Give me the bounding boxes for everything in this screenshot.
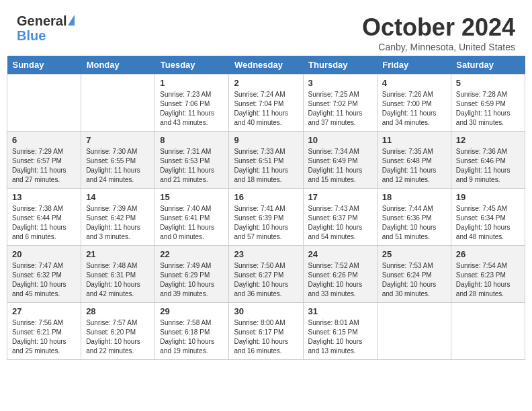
calendar-week-1: 1Sunrise: 7:23 AM Sunset: 7:06 PM Daylig… bbox=[7, 75, 525, 132]
col-wednesday: Wednesday bbox=[229, 56, 303, 75]
day-number: 4 bbox=[382, 78, 446, 88]
col-sunday: Sunday bbox=[7, 56, 81, 75]
day-info: Sunrise: 7:23 AM Sunset: 7:06 PM Dayligh… bbox=[160, 90, 224, 128]
calendar-cell: 13Sunrise: 7:38 AM Sunset: 6:44 PM Dayli… bbox=[7, 189, 81, 246]
day-number: 28 bbox=[86, 306, 150, 316]
day-info: Sunrise: 8:00 AM Sunset: 6:17 PM Dayligh… bbox=[234, 318, 298, 356]
calendar-cell: 3Sunrise: 7:25 AM Sunset: 7:02 PM Daylig… bbox=[303, 75, 377, 132]
day-number: 20 bbox=[12, 249, 76, 259]
day-info: Sunrise: 7:38 AM Sunset: 6:44 PM Dayligh… bbox=[12, 204, 76, 242]
day-info: Sunrise: 7:29 AM Sunset: 6:57 PM Dayligh… bbox=[12, 147, 76, 185]
calendar-cell: 16Sunrise: 7:41 AM Sunset: 6:39 PM Dayli… bbox=[229, 189, 303, 246]
day-info: Sunrise: 7:40 AM Sunset: 6:41 PM Dayligh… bbox=[160, 204, 224, 242]
day-info: Sunrise: 7:30 AM Sunset: 6:55 PM Dayligh… bbox=[86, 147, 150, 185]
day-number: 21 bbox=[86, 249, 150, 259]
logo-general: General bbox=[17, 13, 66, 28]
day-number: 18 bbox=[382, 192, 446, 202]
calendar-cell bbox=[7, 75, 81, 132]
col-saturday: Saturday bbox=[451, 56, 525, 75]
day-number: 23 bbox=[234, 249, 298, 259]
day-number: 30 bbox=[234, 306, 298, 316]
calendar-cell: 23Sunrise: 7:50 AM Sunset: 6:27 PM Dayli… bbox=[229, 246, 303, 303]
calendar-cell: 22Sunrise: 7:49 AM Sunset: 6:29 PM Dayli… bbox=[155, 246, 229, 303]
day-number: 3 bbox=[308, 78, 372, 88]
calendar-cell bbox=[451, 303, 525, 360]
day-info: Sunrise: 7:34 AM Sunset: 6:49 PM Dayligh… bbox=[308, 147, 372, 185]
day-info: Sunrise: 7:47 AM Sunset: 6:32 PM Dayligh… bbox=[12, 261, 76, 299]
header: General Blue October 2024 Canby, Minneso… bbox=[7, 7, 525, 56]
calendar-cell: 8Sunrise: 7:31 AM Sunset: 6:53 PM Daylig… bbox=[155, 132, 229, 189]
logo-triangle-icon bbox=[68, 15, 75, 26]
day-info: Sunrise: 7:56 AM Sunset: 6:21 PM Dayligh… bbox=[12, 318, 76, 356]
location: Canby, Minnesota, United States bbox=[362, 42, 515, 52]
day-number: 8 bbox=[160, 135, 224, 145]
calendar-cell: 11Sunrise: 7:35 AM Sunset: 6:48 PM Dayli… bbox=[377, 132, 451, 189]
day-info: Sunrise: 7:45 AM Sunset: 6:34 PM Dayligh… bbox=[456, 204, 520, 242]
calendar-table: Sunday Monday Tuesday Wednesday Thursday… bbox=[7, 56, 525, 360]
calendar-week-2: 6Sunrise: 7:29 AM Sunset: 6:57 PM Daylig… bbox=[7, 132, 525, 189]
day-info: Sunrise: 7:58 AM Sunset: 6:18 PM Dayligh… bbox=[160, 318, 224, 356]
day-number: 16 bbox=[234, 192, 298, 202]
col-monday: Monday bbox=[81, 56, 155, 75]
day-number: 15 bbox=[160, 192, 224, 202]
calendar-cell: 7Sunrise: 7:30 AM Sunset: 6:55 PM Daylig… bbox=[81, 132, 155, 189]
day-info: Sunrise: 7:54 AM Sunset: 6:23 PM Dayligh… bbox=[456, 261, 520, 299]
day-number: 17 bbox=[308, 192, 372, 202]
calendar-cell: 5Sunrise: 7:28 AM Sunset: 6:59 PM Daylig… bbox=[451, 75, 525, 132]
day-info: Sunrise: 7:31 AM Sunset: 6:53 PM Dayligh… bbox=[160, 147, 224, 185]
day-number: 9 bbox=[234, 135, 298, 145]
day-number: 12 bbox=[456, 135, 520, 145]
day-info: Sunrise: 7:53 AM Sunset: 6:24 PM Dayligh… bbox=[382, 261, 446, 299]
calendar-cell: 25Sunrise: 7:53 AM Sunset: 6:24 PM Dayli… bbox=[377, 246, 451, 303]
calendar-cell: 9Sunrise: 7:33 AM Sunset: 6:51 PM Daylig… bbox=[229, 132, 303, 189]
day-number: 27 bbox=[12, 306, 76, 316]
calendar-cell: 21Sunrise: 7:48 AM Sunset: 6:31 PM Dayli… bbox=[81, 246, 155, 303]
day-info: Sunrise: 7:39 AM Sunset: 6:42 PM Dayligh… bbox=[86, 204, 150, 242]
day-number: 26 bbox=[456, 249, 520, 259]
day-number: 24 bbox=[308, 249, 372, 259]
day-info: Sunrise: 7:44 AM Sunset: 6:36 PM Dayligh… bbox=[382, 204, 446, 242]
calendar-cell: 17Sunrise: 7:43 AM Sunset: 6:37 PM Dayli… bbox=[303, 189, 377, 246]
day-number: 10 bbox=[308, 135, 372, 145]
title-area: October 2024 Canby, Minnesota, United St… bbox=[362, 13, 515, 52]
day-number: 14 bbox=[86, 192, 150, 202]
header-row: Sunday Monday Tuesday Wednesday Thursday… bbox=[7, 56, 525, 75]
calendar-cell: 14Sunrise: 7:39 AM Sunset: 6:42 PM Dayli… bbox=[81, 189, 155, 246]
day-info: Sunrise: 7:36 AM Sunset: 6:46 PM Dayligh… bbox=[456, 147, 520, 185]
day-number: 13 bbox=[12, 192, 76, 202]
day-info: Sunrise: 7:50 AM Sunset: 6:27 PM Dayligh… bbox=[234, 261, 298, 299]
calendar-cell: 19Sunrise: 7:45 AM Sunset: 6:34 PM Dayli… bbox=[451, 189, 525, 246]
logo: General Blue bbox=[17, 13, 75, 43]
calendar-cell: 24Sunrise: 7:52 AM Sunset: 6:26 PM Dayli… bbox=[303, 246, 377, 303]
calendar-cell: 2Sunrise: 7:24 AM Sunset: 7:04 PM Daylig… bbox=[229, 75, 303, 132]
day-number: 1 bbox=[160, 78, 224, 88]
day-number: 19 bbox=[456, 192, 520, 202]
calendar-cell: 10Sunrise: 7:34 AM Sunset: 6:49 PM Dayli… bbox=[303, 132, 377, 189]
calendar-cell: 27Sunrise: 7:56 AM Sunset: 6:21 PM Dayli… bbox=[7, 303, 81, 360]
day-number: 25 bbox=[382, 249, 446, 259]
day-info: Sunrise: 7:25 AM Sunset: 7:02 PM Dayligh… bbox=[308, 90, 372, 128]
calendar-cell: 28Sunrise: 7:57 AM Sunset: 6:20 PM Dayli… bbox=[81, 303, 155, 360]
day-info: Sunrise: 8:01 AM Sunset: 6:15 PM Dayligh… bbox=[308, 318, 372, 356]
calendar-cell: 4Sunrise: 7:26 AM Sunset: 7:00 PM Daylig… bbox=[377, 75, 451, 132]
day-info: Sunrise: 7:28 AM Sunset: 6:59 PM Dayligh… bbox=[456, 90, 520, 128]
day-number: 2 bbox=[234, 78, 298, 88]
day-info: Sunrise: 7:43 AM Sunset: 6:37 PM Dayligh… bbox=[308, 204, 372, 242]
col-thursday: Thursday bbox=[303, 56, 377, 75]
day-number: 7 bbox=[86, 135, 150, 145]
calendar-cell: 26Sunrise: 7:54 AM Sunset: 6:23 PM Dayli… bbox=[451, 246, 525, 303]
col-friday: Friday bbox=[377, 56, 451, 75]
day-number: 5 bbox=[456, 78, 520, 88]
calendar-cell: 31Sunrise: 8:01 AM Sunset: 6:15 PM Dayli… bbox=[303, 303, 377, 360]
page-container: General Blue October 2024 Canby, Minneso… bbox=[7, 7, 525, 360]
calendar-cell: 18Sunrise: 7:44 AM Sunset: 6:36 PM Dayli… bbox=[377, 189, 451, 246]
calendar-cell: 29Sunrise: 7:58 AM Sunset: 6:18 PM Dayli… bbox=[155, 303, 229, 360]
calendar-cell: 20Sunrise: 7:47 AM Sunset: 6:32 PM Dayli… bbox=[7, 246, 81, 303]
day-info: Sunrise: 7:35 AM Sunset: 6:48 PM Dayligh… bbox=[382, 147, 446, 185]
calendar-cell bbox=[377, 303, 451, 360]
day-number: 6 bbox=[12, 135, 76, 145]
month-title: October 2024 bbox=[362, 13, 515, 42]
day-number: 11 bbox=[382, 135, 446, 145]
calendar-week-3: 13Sunrise: 7:38 AM Sunset: 6:44 PM Dayli… bbox=[7, 189, 525, 246]
calendar-week-5: 27Sunrise: 7:56 AM Sunset: 6:21 PM Dayli… bbox=[7, 303, 525, 360]
